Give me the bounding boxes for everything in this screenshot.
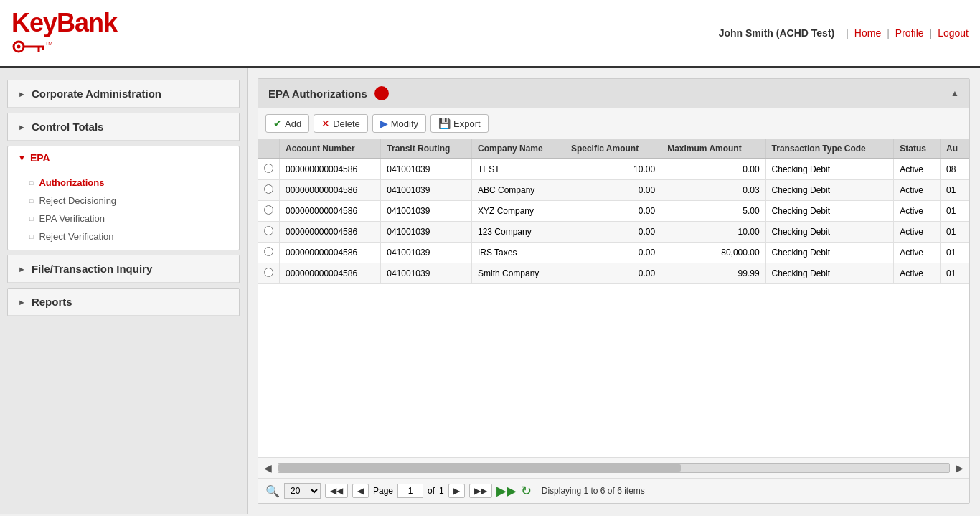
red-status-indicator	[374, 86, 389, 100]
home-link[interactable]: Home	[854, 27, 881, 39]
per-page-select[interactable]: 10 20 50 100	[284, 483, 321, 499]
row-radio-4[interactable]	[264, 247, 273, 256]
authorizations-label: Authorizations	[39, 177, 104, 188]
row-transaction-type: Checking Debit	[765, 222, 894, 243]
toolbar: ✔ Add ✕ Delete ▶ Modify 💾 Export	[258, 108, 969, 139]
row-transit-routing: 041001039	[381, 180, 472, 201]
total-pages: 1	[439, 486, 444, 496]
row-specific-amount: 10.00	[565, 159, 661, 180]
row-status: Active	[894, 159, 941, 180]
content-panel: EPA Authorizations ▲ ✔ Add ✕ Delete ▶ Mo…	[258, 78, 970, 504]
row-specific-amount: 0.00	[565, 180, 661, 201]
sidebar-item-epa-verification[interactable]: □ EPA Verification	[8, 210, 239, 227]
authorizations-table: Account Number Transit Routing Company N…	[258, 139, 969, 284]
scrollbar-track[interactable]	[278, 463, 950, 473]
epa-submenu: □ Authorizations □ Reject Decisioning □ …	[8, 169, 239, 250]
user-context: (ACHD Test)	[776, 27, 834, 39]
row-radio-cell[interactable]	[258, 180, 280, 201]
row-transaction-type: Checking Debit	[765, 263, 894, 284]
page-header: KeyBank TM John Smith (ACHD Test) | Home…	[0, 0, 980, 68]
row-radio-0[interactable]	[264, 164, 273, 173]
scrollbar-thumb[interactable]	[278, 464, 681, 472]
row-company-name: Smith Company	[471, 263, 565, 284]
last-page-button[interactable]: ▶▶	[469, 484, 492, 498]
scroll-up-button[interactable]: ▲	[951, 88, 959, 98]
delete-label: Delete	[333, 118, 360, 129]
bank-name-text: KeyBank	[11, 8, 117, 38]
row-transit-routing: 041001039	[381, 222, 472, 243]
page-input[interactable]	[397, 484, 423, 498]
row-radio-cell[interactable]	[258, 222, 280, 243]
row-transit-routing: 041001039	[381, 159, 472, 180]
user-info: John Smith (ACHD Test)	[719, 27, 835, 39]
row-radio-3[interactable]	[264, 226, 273, 235]
page-of-label: of	[428, 486, 435, 496]
row-maximum-amount: 0.00	[661, 159, 765, 180]
add-icon: ✔	[273, 118, 282, 129]
logout-link[interactable]: Logout	[938, 27, 969, 39]
row-company-name: 123 Company	[471, 222, 565, 243]
main-content: EPA Authorizations ▲ ✔ Add ✕ Delete ▶ Mo…	[248, 68, 980, 514]
table-row: 000000000004586 041001039 IRS Taxes 0.00…	[258, 243, 969, 263]
row-radio-2[interactable]	[264, 205, 273, 215]
modify-button[interactable]: ▶ Modify	[372, 114, 426, 133]
reject-verification-label: Reject Verification	[39, 231, 113, 242]
profile-link[interactable]: Profile	[895, 27, 924, 39]
sidebar-section-file-transaction: ► File/Transaction Inquiry	[7, 255, 240, 283]
row-transit-routing: 041001039	[381, 263, 472, 284]
col-radio	[258, 139, 280, 159]
sidebar-header-file-transaction[interactable]: ► File/Transaction Inquiry	[8, 255, 239, 283]
row-status: Active	[894, 180, 941, 201]
row-maximum-amount: 0.03	[661, 180, 765, 201]
main-layout: ► Corporate Administration ► Control Tot…	[0, 68, 980, 514]
sidebar-item-reject-verification[interactable]: □ Reject Verification	[8, 227, 239, 245]
row-company-name: TEST	[471, 159, 565, 180]
delete-icon: ✕	[321, 118, 330, 129]
table-header-row: Account Number Transit Routing Company N…	[258, 139, 969, 159]
row-radio-cell[interactable]	[258, 201, 280, 222]
scroll-right-icon[interactable]: ▶	[950, 461, 969, 475]
add-button[interactable]: ✔ Add	[265, 114, 309, 133]
control-totals-arrow-icon: ►	[18, 123, 26, 131]
row-radio-cell[interactable]	[258, 159, 280, 180]
first-page-button[interactable]: ◀◀	[325, 484, 348, 498]
sidebar-header-corporate-admin[interactable]: ► Corporate Administration	[8, 80, 239, 108]
col-status: Status	[894, 139, 941, 159]
row-maximum-amount: 99.99	[661, 263, 765, 284]
col-account-number: Account Number	[280, 139, 381, 159]
row-radio-cell[interactable]	[258, 263, 280, 284]
reject-verification-bullet-icon: □	[29, 233, 33, 240]
row-radio-1[interactable]	[264, 184, 273, 194]
nav-separator-1: |	[846, 27, 849, 39]
scroll-left-icon[interactable]: ◀	[258, 461, 278, 475]
panel-title: EPA Authorizations	[268, 88, 367, 100]
refresh-button[interactable]: ↻	[521, 483, 532, 499]
sidebar-header-reports[interactable]: ► Reports	[8, 289, 239, 316]
delete-button[interactable]: ✕ Delete	[314, 114, 368, 133]
row-radio-cell[interactable]	[258, 243, 280, 263]
control-totals-label: Control Totals	[32, 121, 104, 133]
row-au: 08	[941, 159, 969, 180]
sidebar-header-epa[interactable]: ▼ EPA	[8, 146, 239, 169]
prev-page-button[interactable]: ◀	[352, 484, 369, 498]
row-company-name: IRS Taxes	[471, 243, 565, 263]
table-row: 000000000004586 041001039 123 Company 0.…	[258, 222, 969, 243]
sidebar-item-authorizations[interactable]: □ Authorizations	[8, 174, 239, 192]
export-button[interactable]: 💾 Export	[430, 114, 489, 133]
modify-label: Modify	[391, 118, 418, 129]
sidebar-header-control-totals[interactable]: ► Control Totals	[8, 113, 239, 141]
sidebar-section-control-totals: ► Control Totals	[7, 113, 240, 141]
next-page-button[interactable]: ▶	[448, 484, 465, 498]
refresh-icon[interactable]: ▶▶	[496, 483, 517, 499]
display-info: Displaying 1 to 6 of 6 items	[542, 486, 645, 496]
row-au: 01	[941, 243, 969, 263]
row-specific-amount: 0.00	[565, 201, 661, 222]
horizontal-scrollbar[interactable]: ◀ ▶	[258, 457, 969, 478]
row-status: Active	[894, 243, 941, 263]
row-transit-routing: 041001039	[381, 201, 472, 222]
row-maximum-amount: 10.00	[661, 222, 765, 243]
sidebar-item-reject-decisioning[interactable]: □ Reject Decisioning	[8, 192, 239, 210]
row-radio-5[interactable]	[264, 268, 273, 277]
data-table-container[interactable]: Account Number Transit Routing Company N…	[258, 139, 969, 457]
corporate-admin-arrow-icon: ►	[18, 90, 26, 98]
